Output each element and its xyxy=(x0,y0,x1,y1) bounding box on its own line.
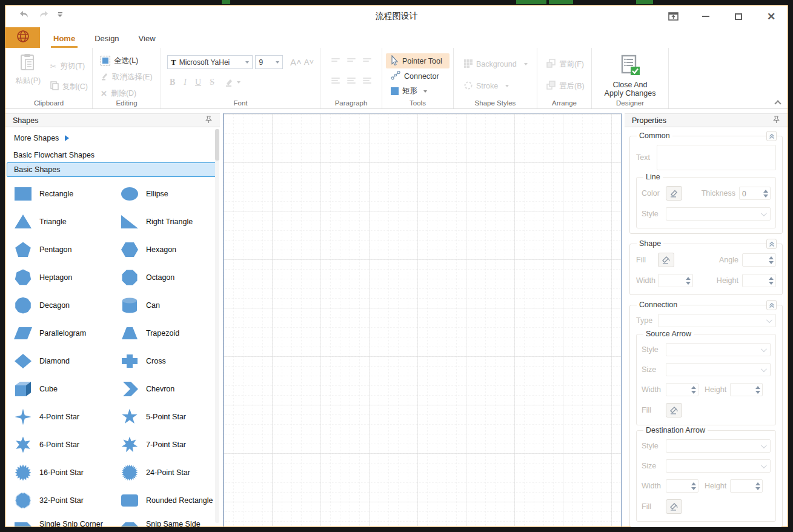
grow-font-icon[interactable]: A˄ xyxy=(290,57,302,67)
destination-arrow-fill-button[interactable] xyxy=(666,499,682,514)
bring-to-front-button[interactable]: 置前(F) xyxy=(542,57,591,71)
select-all-button[interactable]: 全选(L) xyxy=(96,53,161,68)
more-shapes-button[interactable]: More Shapes xyxy=(14,131,220,145)
collapse-common-button[interactable] xyxy=(766,131,777,141)
line-style-select[interactable] xyxy=(666,207,771,221)
shape-fill-button[interactable] xyxy=(658,253,674,267)
text-input[interactable] xyxy=(657,145,776,170)
properties-panel-header: Properties xyxy=(625,113,788,127)
source-arrow-height-spinner[interactable] xyxy=(730,383,763,396)
collapse-shape-button[interactable] xyxy=(766,239,777,249)
shrink-font-icon[interactable]: A˅ xyxy=(304,58,314,67)
copy-button[interactable]: 复制(C) xyxy=(46,79,92,94)
destination-arrow-height-spinner[interactable] xyxy=(730,479,763,493)
connection-type-select[interactable] xyxy=(658,314,776,327)
destination-arrow-width-spinner[interactable] xyxy=(666,479,698,493)
shape-item[interactable]: Triangle xyxy=(5,208,112,236)
redo-forward-icon[interactable] xyxy=(38,10,49,19)
customize-quick-access-icon[interactable] xyxy=(58,12,62,17)
shape-item[interactable]: Snip Same Side Corner Rectangle xyxy=(112,514,219,527)
angle-spinner[interactable] xyxy=(742,253,776,267)
align-left-icon[interactable] xyxy=(331,78,340,85)
shape-item[interactable]: Octagon xyxy=(112,264,219,291)
rectangle-tool-button[interactable]: 矩形 xyxy=(386,84,450,99)
category-basic-shapes[interactable]: Basic Shapes xyxy=(7,162,219,177)
background-button[interactable]: Background xyxy=(460,57,537,71)
shape-item[interactable]: Decagon xyxy=(5,291,112,319)
shape-item[interactable]: 24-Point Star xyxy=(112,459,219,487)
deselect-button[interactable]: 取消选择(E) xyxy=(96,70,161,84)
destination-arrow-style-select[interactable] xyxy=(666,439,771,453)
align-center-icon[interactable] xyxy=(347,78,356,85)
shape-item[interactable]: 16-Point Star xyxy=(5,459,112,487)
parallelogram-icon xyxy=(13,324,33,342)
shape-item[interactable]: Heptagon xyxy=(5,264,112,291)
destination-arrow-size-select[interactable] xyxy=(666,459,771,473)
shape-item[interactable]: Rounded Rectangle xyxy=(112,487,219,514)
source-arrow-width-spinner[interactable] xyxy=(666,383,698,396)
thickness-spinner[interactable]: 0 xyxy=(739,187,771,200)
shape-item[interactable]: Diamond xyxy=(5,347,112,375)
design-canvas[interactable] xyxy=(223,113,622,527)
shape-item[interactable]: Chevron xyxy=(112,375,219,403)
rectangle-tool-dropdown-icon[interactable] xyxy=(423,90,427,93)
pin-icon[interactable] xyxy=(205,116,213,125)
undo-back-icon[interactable] xyxy=(19,10,30,19)
shape-item[interactable]: Pentagon xyxy=(5,236,112,264)
tab-home[interactable]: Home xyxy=(51,34,78,48)
source-arrow-style-select[interactable] xyxy=(666,343,771,356)
groupbox-common: Common Text Line Color xyxy=(629,136,783,234)
tab-view[interactable]: View xyxy=(136,34,158,48)
align-middle-icon[interactable] xyxy=(347,58,356,63)
pointer-tool-button[interactable]: Pointer Tool xyxy=(386,53,450,68)
shape-item[interactable]: Parallelogram xyxy=(5,319,112,347)
font-size-select[interactable]: 9 xyxy=(255,55,283,69)
underline-button[interactable]: U xyxy=(195,78,201,87)
scrollbar-thumb[interactable] xyxy=(215,129,219,161)
stroke-button[interactable]: Stroke xyxy=(460,79,537,93)
shape-height-spinner[interactable] xyxy=(742,274,776,287)
source-arrow-size-select[interactable] xyxy=(666,363,771,376)
maximize-button[interactable] xyxy=(731,9,746,24)
font-color-icon[interactable] xyxy=(224,78,241,87)
shape-item[interactable]: Can xyxy=(112,291,219,319)
line-color-button[interactable] xyxy=(666,186,682,201)
delete-button[interactable]: ✕ 删除(D) xyxy=(96,86,161,101)
category-basic-flowchart-shapes[interactable]: Basic Flowchart Shapes xyxy=(5,148,220,162)
app-menu-button[interactable] xyxy=(5,27,40,48)
cut-button[interactable]: ✂ 剪切(T) xyxy=(46,59,92,73)
shape-item[interactable]: 6-Point Star xyxy=(5,431,112,459)
shape-item[interactable]: 7-Point Star xyxy=(112,431,219,459)
ribbon-display-options-button[interactable] xyxy=(665,9,681,24)
close-button[interactable]: ✕ xyxy=(763,9,779,24)
shape-item[interactable]: 5-Point Star xyxy=(112,403,219,431)
shape-item[interactable]: Hexagon xyxy=(112,236,219,264)
source-arrow-fill-button[interactable] xyxy=(666,403,682,417)
shape-item[interactable]: Cube xyxy=(5,375,112,403)
align-bottom-icon[interactable] xyxy=(363,58,371,63)
shape-item[interactable]: Ellipse xyxy=(112,180,219,208)
shape-item[interactable]: 4-Point Star xyxy=(5,403,112,431)
shape-item[interactable]: Single Snip Corner Rectangle xyxy=(5,514,112,527)
font-family-select[interactable]: T Microsoft YaHei xyxy=(167,55,253,69)
minimize-button[interactable] xyxy=(698,9,714,24)
align-right-icon[interactable] xyxy=(363,78,371,85)
collapse-connection-button[interactable] xyxy=(766,300,777,310)
shape-item[interactable]: Cross xyxy=(112,347,219,375)
strikethrough-button[interactable]: S xyxy=(210,78,214,87)
send-to-back-button[interactable]: 置后(B) xyxy=(542,79,591,93)
tab-design[interactable]: Design xyxy=(92,34,121,48)
shapes-scrollbar[interactable] xyxy=(215,129,219,523)
bold-button[interactable]: B xyxy=(170,78,175,87)
close-and-apply-button[interactable]: Close AndApply Changes xyxy=(592,53,668,98)
shape-item[interactable]: Rectangle xyxy=(5,180,112,208)
shape-item[interactable]: Right Triangle xyxy=(112,208,219,236)
collapse-ribbon-button[interactable] xyxy=(774,100,781,105)
shape-width-spinner[interactable] xyxy=(658,274,693,287)
shape-item[interactable]: Trapezoid xyxy=(112,319,219,347)
pin-icon[interactable] xyxy=(772,116,780,125)
shape-item[interactable]: 32-Point Star xyxy=(5,487,112,514)
connector-tool-button[interactable]: Connector xyxy=(386,68,450,84)
italic-button[interactable]: I xyxy=(184,78,187,87)
align-top-icon[interactable] xyxy=(331,58,340,63)
